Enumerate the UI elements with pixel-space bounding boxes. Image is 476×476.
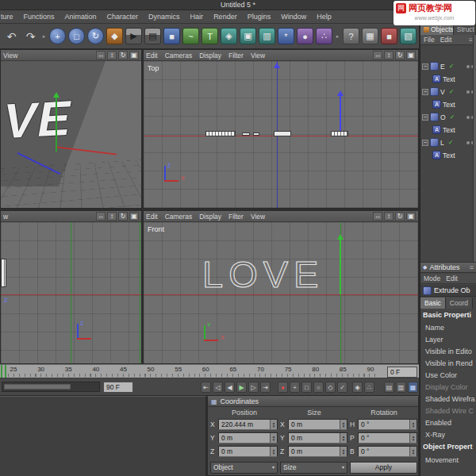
maximize-view-icon[interactable]: ▣ (406, 212, 416, 221)
stepper-icon[interactable]: ▴▾ (409, 447, 416, 456)
stepper-icon[interactable]: ▴▾ (409, 420, 416, 429)
text-object-top-v[interactable] (274, 131, 291, 136)
viewport-menu-display[interactable]: Display (199, 213, 221, 221)
viewport-menu-view[interactable]: View (251, 52, 265, 60)
object-name[interactable]: V (440, 88, 445, 96)
move-tool-icon[interactable]: + (49, 28, 66, 44)
zoom-view-icon[interactable]: ↕ (107, 212, 117, 221)
text-object-top-o2[interactable] (253, 132, 259, 136)
object-row-l-text[interactable]: A Text (420, 149, 476, 161)
tab-objects[interactable]: Objects (420, 24, 454, 35)
autokey-icon[interactable]: ◈ (352, 382, 363, 393)
object-manager-scrollbar[interactable] (473, 35, 476, 262)
text-object-edge[interactable] (1, 259, 6, 287)
viewport-perspective[interactable]: View ↔ ↕ ↻ ▣ VE (0, 49, 142, 209)
expand-toggle-icon[interactable]: − (422, 114, 428, 121)
menu-window[interactable]: Window (281, 13, 306, 21)
viewport-menu-view[interactable]: View (3, 52, 17, 60)
stepper-icon[interactable]: ▴▾ (270, 447, 277, 456)
enabled-check-icon[interactable]: ✓ (449, 88, 455, 95)
add-spline-icon[interactable]: ~ (182, 28, 199, 44)
viewport-front-canvas[interactable]: Front LOVE X Y (144, 222, 418, 363)
object-row-v-text[interactable]: A Text (420, 98, 476, 110)
viewport-perspective-canvas[interactable]: VE (1, 61, 141, 208)
key-scale-icon[interactable]: □ (301, 382, 312, 393)
powerslider-menu-icon[interactable]: ▤ (384, 382, 394, 393)
enabled-check-icon[interactable]: ✓ (449, 63, 455, 70)
render-settings-icon[interactable]: ▤ (144, 28, 161, 44)
editor-visibility-dot[interactable] (466, 90, 470, 94)
attr-menu-edit[interactable]: Edit (446, 274, 458, 282)
material-manager-panel[interactable] (0, 396, 206, 476)
coordinate-size-dropdown[interactable]: Size▾ (280, 462, 347, 474)
undo-icon[interactable]: ↶ (3, 28, 20, 44)
pan-view-icon[interactable]: ↔ (96, 212, 106, 221)
add-nurbs-icon[interactable]: ◈ (221, 28, 237, 44)
object-axis-line[interactable] (340, 96, 341, 136)
zoom-view-icon[interactable]: ↕ (107, 51, 117, 60)
add-modeling-icon[interactable]: ▣ (240, 28, 256, 44)
zoom-view-icon[interactable]: ↕ (384, 51, 393, 60)
add-deformer-icon[interactable]: * (278, 28, 294, 44)
timeline-scrollbar-thumb[interactable] (4, 384, 71, 390)
tab-coordinates[interactable]: Coord (446, 298, 473, 309)
current-frame-field[interactable]: 90 F (103, 382, 133, 393)
viewport-side-canvas[interactable]: Z Z (1, 222, 141, 363)
attr-row-visible-render[interactable]: Visible in Rend (425, 358, 476, 369)
object-row-o-text[interactable]: A Text (420, 124, 476, 136)
key-pla-icon[interactable]: ✓ (337, 382, 347, 393)
maximize-view-icon[interactable]: ▣ (129, 51, 139, 60)
add-environment-icon[interactable]: ● (297, 28, 313, 44)
attr-row-enabled[interactable]: Enabled (425, 417, 476, 428)
object-name[interactable]: L (440, 139, 444, 147)
editor-visibility-dot[interactable] (466, 65, 470, 68)
snap-icon[interactable]: ∴ (364, 382, 374, 393)
add-particles-icon[interactable]: ∴ (316, 28, 332, 44)
menu-help[interactable]: Help (317, 13, 332, 21)
material-icon[interactable]: ■ (381, 28, 397, 44)
menu-plugins[interactable]: Plugins (248, 13, 271, 21)
attr-row-name[interactable]: Name (425, 322, 476, 333)
viewport-menu-filter[interactable]: Filter (228, 213, 244, 221)
attr-row-xray[interactable]: X-Ray (425, 429, 476, 440)
viewport-side[interactable]: w ↔ ↕ ↻ ▣ Z Z (0, 210, 142, 364)
expand-toggle-icon[interactable]: − (422, 89, 428, 95)
menu-animation[interactable]: Animation (65, 13, 97, 21)
tab-basic[interactable]: Basic (420, 298, 446, 309)
menu-render[interactable]: Render (213, 13, 237, 21)
pan-view-icon[interactable]: ↔ (373, 51, 382, 60)
viewport-menu-view[interactable]: View (251, 213, 265, 221)
browser-icon[interactable]: ▦ (362, 28, 378, 44)
viewport-top[interactable]: Edit Cameras Display Filter View ↔ ↕ ↻ ▣… (143, 49, 419, 209)
add-cube-icon[interactable]: ■ (163, 28, 180, 44)
attr-row-movement[interactable]: Movement (425, 455, 476, 466)
object-name[interactable]: Text (443, 101, 455, 109)
object-name[interactable]: Text (443, 75, 455, 83)
object-row-o[interactable]: − O ✓ (420, 111, 476, 123)
object-row-l[interactable]: − L ✓ (420, 136, 476, 148)
editor-visibility-dot[interactable] (466, 141, 470, 144)
menu-functions[interactable]: Functions (24, 13, 55, 21)
goto-end-icon[interactable]: ⇥ (260, 382, 271, 393)
size-x-field[interactable]: 0 m▴▾ (288, 419, 347, 430)
render-view-icon[interactable]: ▶ (125, 28, 142, 44)
key-parameter-icon[interactable]: ◇ (325, 382, 336, 393)
om-menu-file[interactable]: File (424, 36, 435, 44)
position-z-field[interactable]: 0 m▴▾ (218, 446, 278, 457)
next-frame-icon[interactable]: ▷ (248, 382, 259, 393)
viewport-front[interactable]: Edit Cameras Display Filter View ↔ ↕ ↻ ▣… (143, 210, 419, 364)
viewport-menu-display[interactable]: Display (199, 52, 221, 60)
play-icon[interactable]: ▶ (236, 382, 247, 393)
viewport-menu-cameras[interactable]: Cameras (165, 52, 192, 60)
help-icon[interactable]: ? (343, 28, 359, 44)
attr-row-use-color[interactable]: Use Color (425, 370, 476, 381)
object-name[interactable]: Text (443, 126, 455, 134)
viewport-menu-view[interactable]: w (3, 213, 8, 221)
stepper-icon[interactable]: ▴▾ (270, 433, 277, 443)
layout-icon[interactable]: ▧ (400, 28, 416, 44)
position-y-field[interactable]: 0 m▴▾ (218, 432, 278, 443)
position-x-field[interactable]: 220.444 m▴▾ (218, 419, 278, 430)
record-keyframe-icon[interactable]: ● (278, 382, 288, 393)
rotation-b-field[interactable]: 0 °▴▾ (358, 446, 417, 457)
enabled-check-icon[interactable]: ✓ (450, 113, 455, 121)
